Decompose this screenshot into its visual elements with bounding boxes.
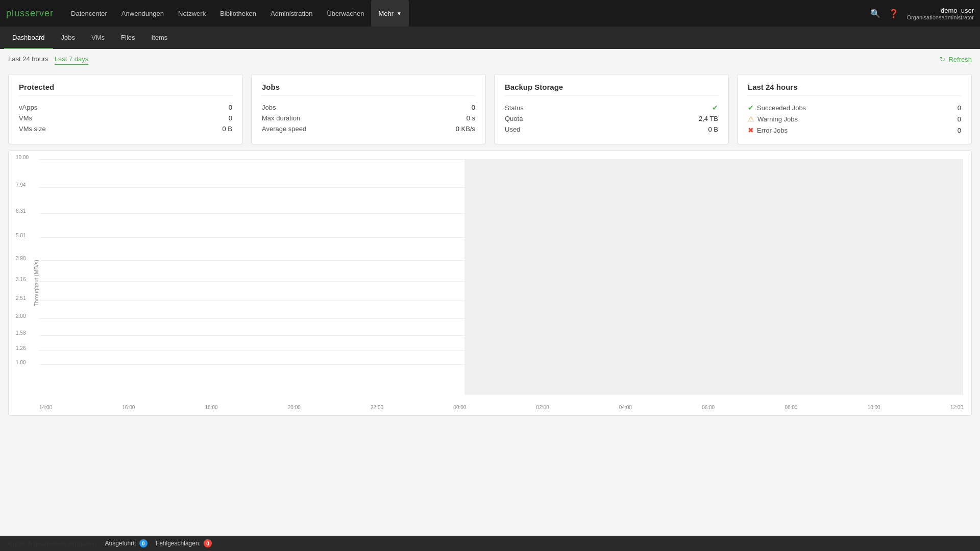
card-row: Jobs 0: [262, 102, 475, 113]
nav-mehr[interactable]: Mehr ▼: [371, 0, 409, 27]
chart-container: Throughput (MB/s) 10.007.946.315.013.983…: [8, 151, 972, 416]
nav-netzwerk[interactable]: Netzwerk: [171, 0, 213, 27]
chart-x-axis: 14:0016:0018:0020:0022:0000:0002:0004:00…: [39, 405, 963, 410]
card-last24h: Last 24 hours ✔ Succeeded Jobs 0 ⚠ Warni…: [737, 74, 972, 144]
tab-dashboard[interactable]: Dashboard: [4, 27, 53, 49]
warning-label: Warning Jobs: [757, 115, 798, 123]
chart-x-tick: 14:00: [39, 405, 52, 410]
card-backup-storage: Backup Storage Status ✔ Quota 2,4 TB Use…: [494, 74, 729, 144]
refresh-label: Refresh: [948, 56, 972, 63]
help-icon[interactable]: ❓: [889, 9, 899, 18]
user-name: demo_user: [907, 7, 974, 14]
card-row: ✖ Error Jobs 0: [748, 124, 961, 136]
logo-text: plusserver: [6, 8, 54, 18]
nav-anwendungen[interactable]: Anwendungen: [114, 0, 171, 27]
tab-vms[interactable]: VMs: [83, 27, 113, 49]
chart-x-tick: 12:00: [950, 405, 963, 410]
card-last24h-title: Last 24 hours: [748, 83, 961, 96]
time-last7d[interactable]: Last 7 days: [55, 54, 89, 65]
chart-x-tick: 08:00: [785, 405, 797, 410]
card-protected: Protected vApps 0 VMs 0 VMs size 0 B: [8, 74, 243, 144]
card-row: Max duration 0 s: [262, 113, 475, 123]
chart-grid: 10.007.946.315.013.983.162.512.001.581.2…: [39, 159, 963, 395]
vms-size-label: VMs size: [19, 125, 46, 133]
quota-label: Quota: [505, 115, 523, 122]
vapps-value: 0: [229, 104, 232, 111]
nav-ueberwachen[interactable]: Überwachen: [320, 0, 371, 27]
cards-row: Protected vApps 0 VMs 0 VMs size 0 B Job…: [0, 70, 980, 151]
nav-administration[interactable]: Administration: [263, 0, 320, 27]
jobs-value: 0: [472, 104, 475, 111]
tab-items[interactable]: Items: [143, 27, 176, 49]
nav-datacenter[interactable]: Datencenter: [64, 0, 114, 27]
avg-speed-label: Average speed: [262, 125, 306, 133]
nav-mehr-label: Mehr: [378, 10, 394, 17]
status-label: Status: [505, 104, 524, 112]
error-value: 0: [958, 127, 961, 134]
warning-icon: ⚠: [748, 115, 754, 123]
chart-x-tick: 00:00: [453, 405, 466, 410]
succeeded-label: Succeeded Jobs: [757, 104, 806, 112]
time-buttons: Last 24 hours Last 7 days: [8, 54, 88, 65]
time-filter-bar: Last 24 hours Last 7 days ↻ Refresh: [0, 49, 980, 70]
chart-y-label: Throughput (MB/s): [33, 260, 39, 307]
status-ok-icon: ✔: [712, 104, 718, 112]
chart-x-tick: 18:00: [205, 405, 218, 410]
card-row: ✔ Succeeded Jobs 0: [748, 102, 961, 113]
card-row: vApps 0: [19, 102, 232, 113]
used-label: Used: [505, 126, 520, 133]
card-row: Quota 2,4 TB: [505, 113, 718, 124]
chart-x-tick: 22:00: [371, 405, 383, 410]
warning-value: 0: [958, 115, 961, 123]
chart-x-tick: 16:00: [122, 405, 135, 410]
time-last24h[interactable]: Last 24 hours: [8, 54, 48, 65]
card-jobs-title: Jobs: [262, 83, 475, 96]
chart-x-tick: 06:00: [702, 405, 715, 410]
search-icon[interactable]: 🔍: [870, 9, 880, 18]
refresh-button[interactable]: ↻ Refresh: [940, 56, 972, 63]
user-role: Organisationsadministrator: [907, 14, 974, 20]
quota-value: 2,4 TB: [699, 115, 718, 122]
vms-value: 0: [229, 114, 232, 122]
chart-x-tick: 02:00: [536, 405, 549, 410]
vms-label: VMs: [19, 114, 32, 122]
card-backup-title: Backup Storage: [505, 83, 718, 96]
sub-nav: Dashboard Jobs VMs Files Items: [0, 27, 980, 49]
nav-bibliotheken[interactable]: Bibliotheken: [213, 0, 263, 27]
user-info[interactable]: demo_user Organisationsadministrator: [907, 7, 974, 20]
succeeded-value: 0: [958, 104, 961, 112]
card-row: VMs size 0 B: [19, 123, 232, 134]
chart-x-tick: 04:00: [619, 405, 632, 410]
vms-size-value: 0 B: [222, 125, 232, 133]
chart-x-tick: 10:00: [868, 405, 880, 410]
tab-jobs[interactable]: Jobs: [53, 27, 83, 49]
max-duration-value: 0 s: [467, 114, 475, 122]
main-nav: Datencenter Anwendungen Netzwerk Bibliot…: [64, 0, 870, 27]
logo: plusserver: [6, 8, 54, 19]
card-jobs: Jobs Jobs 0 Max duration 0 s Average spe…: [251, 74, 486, 144]
refresh-icon: ↻: [940, 56, 945, 63]
top-nav: plusserver Datencenter Anwendungen Netzw…: [0, 0, 980, 27]
vapps-label: vApps: [19, 104, 37, 111]
chevron-down-icon: ▼: [397, 11, 402, 16]
card-protected-title: Protected: [19, 83, 232, 96]
jobs-label: Jobs: [262, 104, 276, 111]
nav-right: 🔍 ❓ demo_user Organisationsadministrator: [870, 7, 974, 20]
card-row: Average speed 0 KB/s: [262, 123, 475, 134]
avg-speed-value: 0 KB/s: [456, 125, 475, 133]
chart-x-tick: 20:00: [288, 405, 301, 410]
card-row: Used 0 B: [505, 124, 718, 135]
max-duration-label: Max duration: [262, 114, 300, 122]
chart-inner: 10.007.946.315.013.983.162.512.001.581.2…: [39, 159, 963, 395]
card-row: Status ✔: [505, 102, 718, 113]
used-value: 0 B: [708, 126, 718, 133]
card-row: VMs 0: [19, 113, 232, 123]
error-icon: ✖: [748, 126, 754, 134]
succeeded-icon: ✔: [748, 104, 754, 112]
error-label: Error Jobs: [757, 127, 788, 134]
card-row: ⚠ Warning Jobs 0: [748, 113, 961, 124]
tab-files[interactable]: Files: [113, 27, 143, 49]
